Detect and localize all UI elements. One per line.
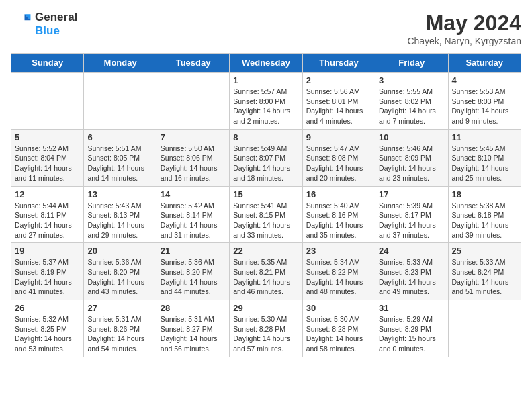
week-row-5: 26Sunrise: 5:32 AMSunset: 8:25 PMDayligh… bbox=[11, 300, 521, 357]
day-number: 13 bbox=[87, 189, 152, 199]
header-row: SundayMondayTuesdayWednesdayThursdayFrid… bbox=[11, 54, 521, 73]
calendar-cell bbox=[84, 73, 157, 130]
calendar-cell: 24Sunrise: 5:33 AMSunset: 8:23 PMDayligh… bbox=[375, 243, 448, 300]
day-number: 16 bbox=[306, 189, 371, 199]
day-info: Sunrise: 5:36 AMSunset: 8:20 PMDaylight:… bbox=[87, 257, 152, 297]
day-number: 29 bbox=[233, 303, 298, 313]
day-number: 27 bbox=[87, 303, 152, 313]
day-info: Sunrise: 5:35 AMSunset: 8:21 PMDaylight:… bbox=[233, 257, 298, 297]
day-info: Sunrise: 5:37 AMSunset: 8:19 PMDaylight:… bbox=[15, 257, 80, 297]
calendar-cell: 9Sunrise: 5:47 AMSunset: 8:08 PMDaylight… bbox=[302, 129, 375, 186]
day-number: 17 bbox=[379, 189, 444, 199]
calendar-cell: 22Sunrise: 5:35 AMSunset: 8:21 PMDayligh… bbox=[230, 243, 302, 300]
calendar-cell: 29Sunrise: 5:30 AMSunset: 8:28 PMDayligh… bbox=[230, 300, 302, 357]
calendar-cell: 28Sunrise: 5:31 AMSunset: 8:27 PMDayligh… bbox=[157, 300, 229, 357]
day-number: 7 bbox=[161, 132, 226, 142]
calendar-cell: 25Sunrise: 5:33 AMSunset: 8:24 PMDayligh… bbox=[448, 243, 521, 300]
calendar-cell: 27Sunrise: 5:31 AMSunset: 8:26 PMDayligh… bbox=[84, 300, 157, 357]
day-number: 8 bbox=[233, 132, 298, 142]
day-number: 31 bbox=[379, 303, 444, 313]
day-number: 2 bbox=[306, 75, 371, 85]
logo-blue: Blue bbox=[35, 24, 60, 37]
day-info: Sunrise: 5:30 AMSunset: 8:28 PMDaylight:… bbox=[233, 314, 298, 354]
day-info: Sunrise: 5:52 AMSunset: 8:04 PMDaylight:… bbox=[15, 144, 80, 183]
day-header-tuesday: Tuesday bbox=[157, 54, 229, 73]
day-info: Sunrise: 5:43 AMSunset: 8:13 PMDaylight:… bbox=[87, 201, 152, 240]
day-info: Sunrise: 5:57 AMSunset: 8:00 PMDaylight:… bbox=[233, 87, 298, 126]
calendar-cell: 21Sunrise: 5:36 AMSunset: 8:20 PMDayligh… bbox=[157, 243, 229, 300]
day-info: Sunrise: 5:29 AMSunset: 8:29 PMDaylight:… bbox=[379, 314, 444, 354]
calendar-cell: 26Sunrise: 5:32 AMSunset: 8:25 PMDayligh… bbox=[11, 300, 84, 357]
day-header-thursday: Thursday bbox=[302, 54, 375, 73]
calendar-cell: 16Sunrise: 5:40 AMSunset: 8:16 PMDayligh… bbox=[302, 186, 375, 243]
calendar-cell: 7Sunrise: 5:50 AMSunset: 8:06 PMDaylight… bbox=[157, 129, 229, 186]
day-info: Sunrise: 5:41 AMSunset: 8:15 PMDaylight:… bbox=[233, 201, 298, 240]
day-info: Sunrise: 5:42 AMSunset: 8:14 PMDaylight:… bbox=[161, 201, 226, 240]
day-number: 12 bbox=[15, 189, 80, 199]
calendar-cell: 20Sunrise: 5:36 AMSunset: 8:20 PMDayligh… bbox=[84, 243, 157, 300]
day-number: 15 bbox=[233, 189, 298, 199]
main-title: May 2024 bbox=[407, 11, 521, 36]
day-info: Sunrise: 5:44 AMSunset: 8:11 PMDaylight:… bbox=[15, 201, 80, 240]
day-info: Sunrise: 5:36 AMSunset: 8:20 PMDaylight:… bbox=[161, 257, 226, 297]
day-header-wednesday: Wednesday bbox=[230, 54, 302, 73]
week-row-4: 19Sunrise: 5:37 AMSunset: 8:19 PMDayligh… bbox=[11, 243, 521, 300]
subtitle: Chayek, Naryn, Kyrgyzstan bbox=[407, 36, 521, 46]
day-info: Sunrise: 5:47 AMSunset: 8:08 PMDaylight:… bbox=[306, 144, 371, 183]
calendar-cell: 19Sunrise: 5:37 AMSunset: 8:19 PMDayligh… bbox=[11, 243, 84, 300]
header: General Blue May 2024 Chayek, Naryn, Kyr… bbox=[11, 11, 521, 46]
day-header-friday: Friday bbox=[375, 54, 448, 73]
day-number: 10 bbox=[379, 132, 444, 142]
calendar-cell: 10Sunrise: 5:46 AMSunset: 8:09 PMDayligh… bbox=[375, 129, 448, 186]
day-info: Sunrise: 5:33 AMSunset: 8:23 PMDaylight:… bbox=[379, 257, 444, 297]
calendar-cell bbox=[448, 300, 521, 357]
calendar-cell: 13Sunrise: 5:43 AMSunset: 8:13 PMDayligh… bbox=[84, 186, 157, 243]
calendar-cell: 30Sunrise: 5:30 AMSunset: 8:28 PMDayligh… bbox=[302, 300, 375, 357]
day-number: 26 bbox=[15, 303, 80, 313]
title-area: May 2024 Chayek, Naryn, Kyrgyzstan bbox=[407, 11, 521, 46]
calendar-cell: 1Sunrise: 5:57 AMSunset: 8:00 PMDaylight… bbox=[230, 73, 302, 130]
calendar-cell: 2Sunrise: 5:56 AMSunset: 8:01 PMDaylight… bbox=[302, 73, 375, 130]
day-number: 30 bbox=[306, 303, 371, 313]
day-header-sunday: Sunday bbox=[11, 54, 84, 73]
calendar-cell bbox=[11, 73, 84, 130]
day-header-monday: Monday bbox=[84, 54, 157, 73]
day-number: 11 bbox=[452, 132, 517, 142]
logo-svg bbox=[11, 13, 32, 35]
day-info: Sunrise: 5:45 AMSunset: 8:10 PMDaylight:… bbox=[452, 144, 517, 183]
day-number: 6 bbox=[87, 132, 152, 142]
day-number: 21 bbox=[161, 246, 226, 256]
day-info: Sunrise: 5:31 AMSunset: 8:27 PMDaylight:… bbox=[161, 314, 226, 354]
day-number: 9 bbox=[306, 132, 371, 142]
week-row-3: 12Sunrise: 5:44 AMSunset: 8:11 PMDayligh… bbox=[11, 186, 521, 243]
day-info: Sunrise: 5:39 AMSunset: 8:17 PMDaylight:… bbox=[379, 201, 444, 240]
logo: General Blue bbox=[11, 11, 77, 38]
day-info: Sunrise: 5:50 AMSunset: 8:06 PMDaylight:… bbox=[161, 144, 226, 183]
day-info: Sunrise: 5:51 AMSunset: 8:05 PMDaylight:… bbox=[87, 144, 152, 183]
day-number: 1 bbox=[233, 75, 298, 85]
calendar-table: SundayMondayTuesdayWednesdayThursdayFrid… bbox=[11, 53, 521, 357]
day-info: Sunrise: 5:32 AMSunset: 8:25 PMDaylight:… bbox=[15, 314, 80, 354]
week-row-2: 5Sunrise: 5:52 AMSunset: 8:04 PMDaylight… bbox=[11, 129, 521, 186]
day-info: Sunrise: 5:53 AMSunset: 8:03 PMDaylight:… bbox=[452, 87, 517, 126]
day-info: Sunrise: 5:56 AMSunset: 8:01 PMDaylight:… bbox=[306, 87, 371, 126]
day-number: 3 bbox=[379, 75, 444, 85]
calendar-cell: 11Sunrise: 5:45 AMSunset: 8:10 PMDayligh… bbox=[448, 129, 521, 186]
day-number: 22 bbox=[233, 246, 298, 256]
day-number: 5 bbox=[15, 132, 80, 142]
calendar-cell: 23Sunrise: 5:34 AMSunset: 8:22 PMDayligh… bbox=[302, 243, 375, 300]
day-number: 19 bbox=[15, 246, 80, 256]
calendar-cell: 8Sunrise: 5:49 AMSunset: 8:07 PMDaylight… bbox=[230, 129, 302, 186]
day-info: Sunrise: 5:49 AMSunset: 8:07 PMDaylight:… bbox=[233, 144, 298, 183]
calendar-cell: 5Sunrise: 5:52 AMSunset: 8:04 PMDaylight… bbox=[11, 129, 84, 186]
calendar-cell: 17Sunrise: 5:39 AMSunset: 8:17 PMDayligh… bbox=[375, 186, 448, 243]
calendar-cell: 6Sunrise: 5:51 AMSunset: 8:05 PMDaylight… bbox=[84, 129, 157, 186]
calendar-cell: 31Sunrise: 5:29 AMSunset: 8:29 PMDayligh… bbox=[375, 300, 448, 357]
day-info: Sunrise: 5:38 AMSunset: 8:18 PMDaylight:… bbox=[452, 201, 517, 240]
calendar-cell: 3Sunrise: 5:55 AMSunset: 8:02 PMDaylight… bbox=[375, 73, 448, 130]
day-info: Sunrise: 5:33 AMSunset: 8:24 PMDaylight:… bbox=[452, 257, 517, 297]
day-info: Sunrise: 5:40 AMSunset: 8:16 PMDaylight:… bbox=[306, 201, 371, 240]
calendar-cell bbox=[157, 73, 229, 130]
day-number: 25 bbox=[452, 246, 517, 256]
logo-general: General bbox=[35, 11, 77, 24]
